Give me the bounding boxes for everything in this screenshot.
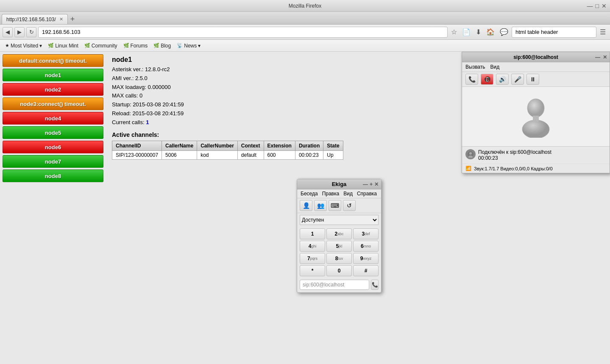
node-node6[interactable]: node6 bbox=[3, 141, 103, 153]
sip-menu-view[interactable]: Вид bbox=[490, 64, 500, 70]
ekiga-menu-spravka[interactable]: Справка bbox=[357, 191, 377, 197]
ekiga-menu-vid[interactable]: Вид bbox=[343, 191, 353, 197]
col-context: Context bbox=[237, 141, 264, 150]
ekiga-status-select[interactable]: Доступен Недоступен Занят bbox=[300, 215, 379, 225]
dialpad-button[interactable]: 8 tuv bbox=[326, 253, 352, 264]
col-state: State bbox=[323, 141, 343, 150]
dialpad-button[interactable]: * bbox=[300, 265, 325, 276]
ekiga-title: Ekiga bbox=[332, 181, 347, 187]
active-tab[interactable]: http://192.168.56.103/ ✕ bbox=[2, 14, 68, 24]
table-header-row: ChannelID CallerName CallerNumber Contex… bbox=[112, 141, 343, 150]
node-node7[interactable]: node7 bbox=[3, 155, 103, 168]
dialpad-button[interactable]: 2 abc bbox=[326, 228, 352, 239]
close-window-button[interactable]: ✕ bbox=[602, 3, 607, 9]
dialpad-button[interactable]: 0 bbox=[326, 265, 352, 276]
url-input[interactable] bbox=[38, 27, 448, 38]
minimize-button[interactable]: — bbox=[587, 3, 593, 9]
window-title: Mozilla Firefox bbox=[289, 3, 321, 9]
node-default-connect[interactable]: default:connect() timeout. bbox=[3, 54, 103, 67]
community-icon: 🌿 bbox=[84, 43, 90, 48]
ekiga-input-row: 📞 bbox=[297, 278, 381, 292]
bookmark-community[interactable]: 🌿 Community bbox=[82, 42, 120, 50]
bookmark-star-icon[interactable]: ☆ bbox=[449, 27, 459, 37]
bookmark-label: Most Visited bbox=[11, 43, 38, 49]
ekiga-call-button[interactable]: 📞 bbox=[371, 280, 379, 290]
sip-close[interactable]: ✕ bbox=[603, 54, 607, 60]
chat-icon[interactable]: 💬 bbox=[498, 27, 510, 37]
sip-call-btn[interactable]: 📞 bbox=[465, 74, 478, 85]
ekiga-window: Ekiga — + ✕ Беседа Правка Вид Справка 👤 … bbox=[297, 179, 382, 293]
ekiga-menu-beseda[interactable]: Беседа bbox=[301, 191, 318, 197]
node-node2[interactable]: node2 bbox=[3, 83, 103, 96]
main-panel: node1 Asterisk ver.: 12.8.0-rc2 AMI ver.… bbox=[106, 52, 610, 364]
sip-menu-call[interactable]: Вызвать bbox=[465, 64, 485, 70]
dialpad-button[interactable]: 9 wxyz bbox=[353, 253, 379, 264]
sip-mic-btn[interactable]: 🎤 bbox=[511, 74, 524, 85]
col-callernumber: CallerNumber bbox=[197, 141, 238, 150]
ekiga-dialpad-btn[interactable]: ⌨ bbox=[329, 200, 341, 211]
ekiga-menu: Беседа Правка Вид Справка bbox=[297, 189, 381, 198]
ekiga-maximize[interactable]: + bbox=[370, 181, 373, 187]
svg-rect-2 bbox=[533, 116, 539, 122]
forums-icon: 🌿 bbox=[123, 43, 129, 48]
dialpad-button[interactable]: 4 ghi bbox=[300, 241, 325, 252]
sip-speaker-btn[interactable]: 🔊 bbox=[496, 74, 509, 85]
ekiga-history-btn[interactable]: ↺ bbox=[343, 200, 356, 211]
sip-status-icon bbox=[465, 149, 476, 159]
tab-bar: http://192.168.56.103/ ✕ + bbox=[0, 12, 610, 25]
node-node8[interactable]: node8 bbox=[3, 169, 103, 182]
dialpad-button[interactable]: 5 jkl bbox=[326, 241, 352, 252]
download-icon[interactable]: ⬇ bbox=[474, 27, 483, 37]
ekiga-close[interactable]: ✕ bbox=[374, 181, 379, 187]
dialpad-button[interactable]: 3 def bbox=[353, 228, 379, 239]
ekiga-minimize[interactable]: — bbox=[363, 181, 368, 187]
titlebar: Mozilla Firefox — □ ✕ bbox=[0, 0, 610, 12]
sip-info-text: Звук:1.7/1.7 Видео:0,0/0,0 Кадры:0/0 bbox=[474, 166, 553, 171]
bookmark-news[interactable]: 📡 News ▾ bbox=[174, 42, 203, 50]
tab-close-button[interactable]: ✕ bbox=[59, 17, 63, 22]
ekiga-menu-pravka[interactable]: Правка bbox=[322, 191, 340, 197]
dialpad-button[interactable]: 6 mno bbox=[353, 241, 379, 252]
ekiga-contact-btn[interactable]: 👤 bbox=[300, 200, 312, 211]
search-input[interactable] bbox=[512, 27, 596, 38]
new-tab-button[interactable]: + bbox=[68, 14, 78, 24]
back-button[interactable]: ◀ bbox=[3, 27, 13, 37]
most-visited-icon: ★ bbox=[5, 43, 9, 48]
bookmark-arrow: ▾ bbox=[39, 43, 42, 49]
ekiga-status-row: Доступен Недоступен Занят bbox=[297, 213, 381, 227]
dialpad-button[interactable]: 7 pqrs bbox=[300, 253, 325, 264]
maximize-button[interactable]: □ bbox=[596, 3, 599, 9]
bookmark-linux-mint[interactable]: 🌿 Linux Mint bbox=[45, 42, 81, 50]
home-icon[interactable]: 🏠 bbox=[485, 27, 496, 37]
refresh-button[interactable]: ↻ bbox=[26, 27, 36, 37]
forward-button[interactable]: ▶ bbox=[14, 27, 25, 37]
sip-minimize[interactable]: — bbox=[595, 54, 600, 60]
bookmark-blog[interactable]: 🌿 Blog bbox=[151, 42, 173, 50]
dialpad-button[interactable]: 1 bbox=[300, 228, 325, 239]
col-channelid: ChannelID bbox=[112, 141, 162, 150]
sip-call-controls: 📞 📵 🔊 🎤 ⏸ bbox=[462, 72, 610, 87]
sidebar: default:connect() timeout. node1 node2 n… bbox=[0, 52, 106, 364]
bookmark-forums[interactable]: 🌿 Forums bbox=[121, 42, 150, 50]
node-node5[interactable]: node5 bbox=[3, 126, 103, 139]
bookmark-label: Forums bbox=[131, 43, 148, 49]
linux-mint-icon: 🌿 bbox=[48, 43, 54, 48]
sip-hangup-btn[interactable]: 📵 bbox=[481, 74, 493, 85]
news-icon: 📡 bbox=[177, 43, 183, 48]
blog-icon: 🌿 bbox=[153, 43, 159, 48]
bookmarks-bar: ★ Most Visited ▾ 🌿 Linux Mint 🌿 Communit… bbox=[0, 40, 610, 52]
reader-icon[interactable]: 📄 bbox=[460, 27, 472, 37]
svg-point-0 bbox=[527, 99, 544, 117]
ekiga-roster-btn[interactable]: 👥 bbox=[314, 200, 327, 211]
node-node3-connect[interactable]: node3:connect() timeout. bbox=[3, 97, 103, 110]
node-node4[interactable]: node4 bbox=[3, 112, 103, 125]
sip-info-row: 📶 Звук:1.7/1.7 Видео:0,0/0,0 Кадры:0/0 bbox=[462, 164, 610, 173]
bookmark-most-visited[interactable]: ★ Most Visited ▾ bbox=[3, 42, 45, 50]
menu-icon[interactable]: ☰ bbox=[598, 27, 607, 37]
ekiga-phone-input[interactable] bbox=[300, 280, 369, 290]
dialpad-button[interactable]: # bbox=[353, 265, 379, 276]
sip-pause-btn[interactable]: ⏸ bbox=[526, 74, 539, 85]
node-node1[interactable]: node1 bbox=[3, 69, 103, 81]
tab-label: http://192.168.56.103/ bbox=[6, 17, 56, 22]
news-arrow: ▾ bbox=[198, 43, 201, 49]
